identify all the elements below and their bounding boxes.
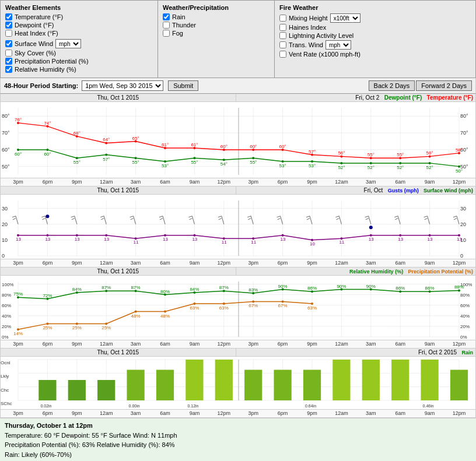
temp-dew-chart-area <box>1 102 475 178</box>
mixing-height-checkbox[interactable] <box>279 15 286 22</box>
fog-checkbox[interactable] <box>163 30 170 37</box>
lightning-label: Lightning Activity Level <box>289 32 354 39</box>
time-tick: 9am <box>190 260 200 266</box>
time-tick: 12pm <box>453 260 466 266</box>
humidity-chart: Thu, Oct 1 2015 Relative Humidity (%) Pr… <box>1 268 475 349</box>
time-tick: 12am <box>335 260 348 266</box>
charts-container: Thu, Oct 1 2015 Fri, Oct 2 Dewpoint (°F)… <box>0 94 476 418</box>
rel-humidity-label: Relative Humidity (%) <box>15 66 76 73</box>
time-tick: 6pm <box>43 410 53 416</box>
vent-rate-checkbox[interactable] <box>279 51 286 58</box>
time-tick: 9pm <box>72 410 82 416</box>
temp-dew-right-date: Fri, Oct 2 <box>355 94 379 101</box>
time-tick: 3am <box>131 410 141 416</box>
wind-time-axis: 3pm6pm9pm12am3am6am9am12pm3pm6pm9pm12am3… <box>1 259 475 267</box>
time-tick: 12pm <box>453 410 466 416</box>
time-tick: 9pm <box>307 260 317 266</box>
time-tick: 12pm <box>453 341 466 347</box>
time-tick: 6am <box>160 260 170 266</box>
control-bar: 48-Hour Period Starting: 1pm Wed, Sep 30… <box>0 78 476 94</box>
time-tick: 9pm <box>72 341 82 347</box>
time-tick: 12pm <box>218 179 231 185</box>
rel-humidity-checkbox[interactable] <box>5 66 12 73</box>
surface-wind-legend: Surface Wind (mph) <box>424 188 473 193</box>
time-tick: 9pm <box>307 341 317 347</box>
time-tick: 12am <box>335 410 348 416</box>
rain-chart-area <box>1 357 475 409</box>
time-tick: 3am <box>131 260 141 266</box>
rain-title-bar: Thu, Oct 1 2015 Fri, Oct 2 2015 Rain <box>1 349 475 357</box>
sky-cover-label: Sky Cover (%) <box>15 50 56 57</box>
surface-wind-label: Surface Wind <box>15 40 53 47</box>
fog-label: Fog <box>172 30 183 37</box>
time-tick: 12am <box>100 179 113 185</box>
time-tick: 9am <box>190 179 200 185</box>
trans-wind-checkbox[interactable] <box>279 41 286 48</box>
temp-checkbox[interactable] <box>5 13 12 20</box>
wind-chart-area <box>1 195 475 259</box>
time-tick: 6am <box>160 410 170 416</box>
temp-dew-title-bar: Thu, Oct 1 2015 Fri, Oct 2 Dewpoint (°F)… <box>1 94 475 102</box>
time-tick: 9pm <box>72 260 82 266</box>
surface-wind-unit-select[interactable]: mphkts <box>55 39 81 48</box>
precip-legend: Precipitation Potential (%) <box>408 269 473 275</box>
forward-days-button[interactable]: Forward 2 Days <box>416 80 472 91</box>
date-select[interactable]: 1pm Wed, Sep 30 2015 <box>82 80 163 91</box>
time-tick: 6pm <box>43 179 53 185</box>
sky-cover-checkbox[interactable] <box>5 50 12 57</box>
time-tick: 9am <box>425 341 435 347</box>
surface-wind-checkbox[interactable] <box>5 40 12 47</box>
haines-label: Haines Index <box>289 24 326 31</box>
weather-precip-title: Weather/Precipitation <box>163 4 270 11</box>
time-tick: 6pm <box>43 260 53 266</box>
time-tick: 12am <box>100 260 113 266</box>
wind-right-date: Fri, Oct <box>364 187 383 193</box>
thunder-checkbox[interactable] <box>163 22 170 29</box>
rain-label: Rain <box>172 13 186 20</box>
wind-title-bar: Thu, Oct 1 2015 Fri, Oct Gusts (mph) Sur… <box>1 186 475 195</box>
time-tick: 6am <box>160 179 170 185</box>
trans-wind-label: Trans. Wind <box>289 41 323 48</box>
time-tick: 6pm <box>278 341 288 347</box>
weather-elements-title: Weather Elements <box>5 4 153 11</box>
time-tick: 12am <box>335 179 348 185</box>
dewpoint-label: Dewpoint (°F) <box>15 22 54 29</box>
time-tick: 6am <box>395 410 405 416</box>
mixing-height-unit-select[interactable]: x100ftm <box>330 13 360 23</box>
time-tick: 3pm <box>13 260 23 266</box>
haines-checkbox[interactable] <box>279 24 286 31</box>
trans-wind-unit-select[interactable]: mphkts <box>326 40 351 50</box>
time-tick: 6pm <box>278 410 288 416</box>
time-tick: 9pm <box>72 179 82 185</box>
time-tick: 9pm <box>307 410 317 416</box>
time-tick: 12pm <box>218 341 231 347</box>
back-days-button[interactable]: Back 2 Days <box>369 80 415 91</box>
lightning-checkbox[interactable] <box>279 32 286 39</box>
humidity-title-right: Relative Humidity (%) Precipitation Pote… <box>236 268 476 275</box>
humidity-title-bar: Thu, Oct 1 2015 Relative Humidity (%) Pr… <box>1 268 475 276</box>
mixing-height-label: Mixing Height <box>289 15 328 22</box>
submit-button[interactable]: Submit <box>168 80 198 91</box>
precip-potential-label: Precipitation Potential (%) <box>15 58 89 65</box>
weather-elements-section: Weather Elements Temperature (°F) Dewpoi… <box>1 1 158 78</box>
time-tick: 3pm <box>248 341 258 347</box>
rain-title-right: Fri, Oct 2 2015 Rain <box>236 349 476 356</box>
dewpoint-checkbox[interactable] <box>5 22 12 29</box>
time-tick: 6am <box>395 179 405 185</box>
time-tick: 12pm <box>218 260 231 266</box>
temp-dew-title-left: Thu, Oct 1 2015 <box>1 94 236 101</box>
precip-potential-checkbox[interactable] <box>5 58 12 65</box>
time-tick: 6pm <box>43 341 53 347</box>
time-tick: 6pm <box>278 260 288 266</box>
rain-chart: Thu, Oct 1 2015 Fri, Oct 2 2015 Rain 3pm… <box>1 349 475 417</box>
humidity-time-axis: 3pm6pm9pm12am3am6am9am12pm3pm6pm9pm12am3… <box>1 340 475 348</box>
fire-weather-title: Fire Weather <box>279 4 471 11</box>
top-panel: Weather Elements Temperature (°F) Dewpoi… <box>0 0 476 78</box>
rain-checkbox[interactable] <box>163 13 170 20</box>
time-tick: 12am <box>100 341 113 347</box>
gust-legend: Gusts (mph) <box>388 188 419 193</box>
wind-chart: Thu, Oct 1 2015 Fri, Oct Gusts (mph) Sur… <box>1 186 475 268</box>
time-tick: 3pm <box>13 410 23 416</box>
heat-index-checkbox[interactable] <box>5 30 12 37</box>
info-line2: Temperature: 60 °F Dewpoint: 55 °F Surfa… <box>5 431 471 441</box>
